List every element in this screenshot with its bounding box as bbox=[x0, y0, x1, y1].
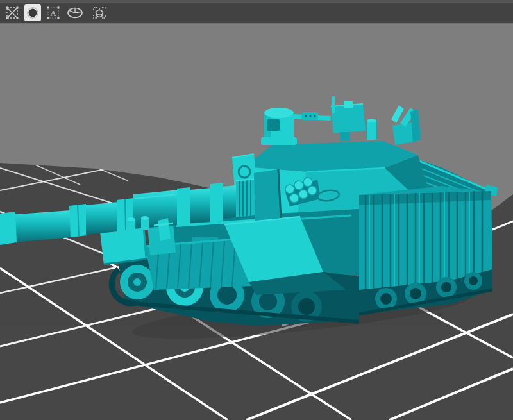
roof-periscope-cylinder[interactable] bbox=[367, 119, 376, 140]
commander-sight-drum[interactable] bbox=[261, 108, 297, 145]
svg-text:A: A bbox=[50, 8, 56, 18]
shaded-view-button[interactable] bbox=[24, 4, 41, 21]
barrel-bellows bbox=[236, 179, 255, 217]
filled-circle-icon bbox=[26, 6, 40, 20]
bounding-box-select-button[interactable] bbox=[4, 4, 21, 21]
model-viewer-window: A bbox=[0, 0, 513, 420]
focus-selection-button[interactable] bbox=[91, 4, 108, 21]
toolbar: A bbox=[0, 0, 513, 24]
box-x-icon bbox=[5, 6, 19, 20]
viewport-3d[interactable] bbox=[0, 0, 513, 420]
text-annotation-button[interactable]: A bbox=[45, 4, 62, 21]
sliced-disc-icon bbox=[66, 6, 84, 20]
focus-sphere-icon bbox=[92, 5, 107, 21]
letter-a-icon: A bbox=[46, 6, 60, 20]
cross-section-button[interactable] bbox=[65, 4, 85, 21]
